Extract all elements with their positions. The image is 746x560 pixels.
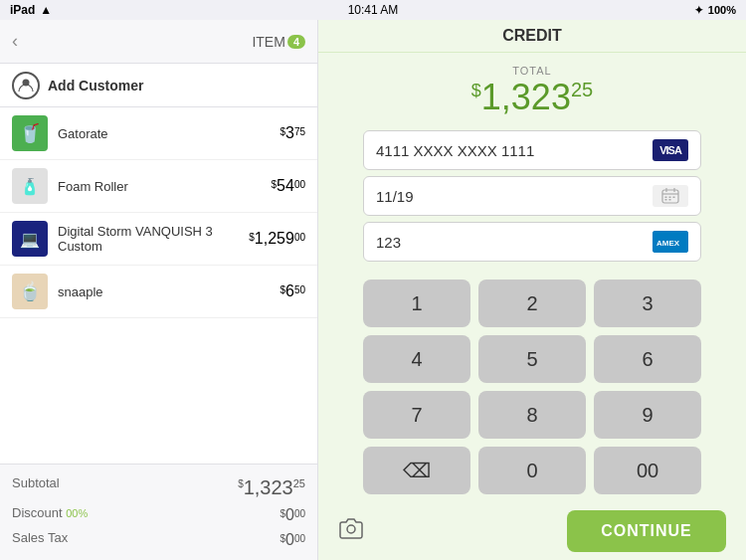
right-panel: CREDIT TOTAL $1,32325 4111 XXXX XXXX 111… <box>318 20 746 560</box>
item-name: Gatorate <box>58 126 280 141</box>
item-label: ITEM <box>252 34 284 50</box>
item-price: $5400 <box>272 177 305 195</box>
bluetooth-icon: ✦ <box>694 4 703 17</box>
visa-icon: VISA <box>653 139 688 161</box>
add-customer-row[interactable]: Add Customer <box>0 64 317 107</box>
total-amount: $1,32325 <box>471 77 593 118</box>
status-bar-left: iPad ▲ <box>10 3 52 17</box>
numpad-row-1: 1 2 3 <box>363 280 701 327</box>
svg-text:AMEX: AMEX <box>656 239 680 248</box>
card-inputs: 4111 XXXX XXXX 1111 VISA 11/19 <box>363 130 701 268</box>
subtotal-label: Subtotal <box>12 475 60 490</box>
svg-rect-9 <box>669 199 671 201</box>
numpad-00[interactable]: 00 <box>594 447 701 494</box>
discount-value: $000 <box>280 506 305 524</box>
item-name: snaaple <box>58 284 280 299</box>
camera-button[interactable] <box>338 517 364 545</box>
status-bar-time: 10:41 AM <box>348 3 399 17</box>
numpad-row-4: ⌫ 0 00 <box>363 447 701 494</box>
item-count: 4 <box>287 35 305 49</box>
svg-rect-8 <box>665 199 667 201</box>
discount-row: Discount 00% $000 <box>12 502 305 527</box>
right-header: CREDIT <box>318 20 746 53</box>
item-thumbnail: 💻 <box>12 221 48 257</box>
cvv-field[interactable]: 123 AMEX <box>363 222 701 262</box>
calendar-icon <box>653 185 688 207</box>
numpad-row-2: 4 5 6 <box>363 335 701 383</box>
svg-rect-5 <box>665 197 667 199</box>
items-list: 🥤 Gatorate $375 🧴 Foam Roller $5400 <box>0 107 317 464</box>
item-name: Digital Storm VANQUISH 3 Custom <box>58 224 249 254</box>
numpad-2[interactable]: 2 <box>478 280 586 327</box>
battery-label: 100% <box>708 4 736 16</box>
numpad-9[interactable]: 9 <box>594 391 701 439</box>
main-layout: ‹ ITEM 4 Add Customer 🥤 Ga <box>0 20 746 560</box>
amex-icon: AMEX <box>653 231 688 253</box>
item-badge: ITEM 4 <box>252 34 305 50</box>
item-thumbnail: 🥤 <box>12 115 48 151</box>
expiry-value: 11/19 <box>376 188 653 205</box>
expiry-field[interactable]: 11/19 <box>363 176 701 216</box>
right-bottom: CONTINUE <box>318 502 746 560</box>
cvv-value: 123 <box>376 234 653 251</box>
list-item: 🍵 snaaple $650 <box>0 266 317 318</box>
total-label: TOTAL <box>471 65 593 77</box>
numpad-row-3: 7 8 9 <box>363 391 701 439</box>
numpad-6[interactable]: 6 <box>594 335 701 383</box>
left-header: ‹ ITEM 4 <box>0 20 317 64</box>
discount-label: Discount 00% <box>12 505 88 520</box>
back-button[interactable]: ‹ <box>12 31 18 52</box>
numpad-0[interactable]: 0 <box>478 447 586 494</box>
numpad-1[interactable]: 1 <box>363 280 470 327</box>
left-panel: ‹ ITEM 4 Add Customer 🥤 Ga <box>0 20 318 560</box>
numpad-8[interactable]: 8 <box>478 391 586 439</box>
add-customer-label: Add Customer <box>48 78 143 93</box>
svg-point-12 <box>347 525 355 533</box>
tax-value: $000 <box>280 531 305 549</box>
card-number-field[interactable]: 4111 XXXX XXXX 1111 VISA <box>363 130 701 170</box>
list-item: 🧴 Foam Roller $5400 <box>0 160 317 213</box>
item-price: $650 <box>280 282 305 300</box>
numpad: 1 2 3 4 5 6 7 8 9 ⌫ 0 00 <box>363 280 701 502</box>
numpad-backspace[interactable]: ⌫ <box>363 447 470 494</box>
ipad-label: iPad <box>10 3 35 17</box>
credit-title: CREDIT <box>502 27 562 45</box>
svg-rect-7 <box>673 197 675 199</box>
item-thumbnail: 🍵 <box>12 274 48 309</box>
card-number-value: 4111 XXXX XXXX 1111 <box>376 142 653 159</box>
status-bar: iPad ▲ 10:41 AM ✦ 100% <box>0 0 746 20</box>
item-thumbnail: 🧴 <box>12 168 48 204</box>
numpad-4[interactable]: 4 <box>363 335 470 383</box>
numpad-5[interactable]: 5 <box>478 335 586 383</box>
customer-icon <box>12 72 40 99</box>
item-name: Foam Roller <box>58 179 272 194</box>
wifi-icon: ▲ <box>40 3 52 17</box>
tax-label: Sales Tax <box>12 530 68 545</box>
subtotal-row: Subtotal $1,32325 <box>12 472 305 502</box>
tax-row: Sales Tax $000 <box>12 527 305 552</box>
status-bar-right: ✦ 100% <box>694 4 736 17</box>
item-price: $1,25900 <box>249 230 305 248</box>
list-item: 💻 Digital Storm VANQUISH 3 Custom $1,259… <box>0 213 317 266</box>
left-footer: Subtotal $1,32325 Discount 00% $000 Sale… <box>0 464 317 560</box>
svg-rect-6 <box>669 197 671 199</box>
subtotal-value: $1,32325 <box>238 476 305 499</box>
numpad-7[interactable]: 7 <box>363 391 470 439</box>
list-item: 🥤 Gatorate $375 <box>0 107 317 160</box>
total-area: TOTAL $1,32325 <box>471 53 593 126</box>
numpad-3[interactable]: 3 <box>594 280 701 327</box>
item-price: $375 <box>280 124 305 142</box>
discount-pct: 00% <box>66 507 88 519</box>
continue-button[interactable]: CONTINUE <box>567 510 726 552</box>
